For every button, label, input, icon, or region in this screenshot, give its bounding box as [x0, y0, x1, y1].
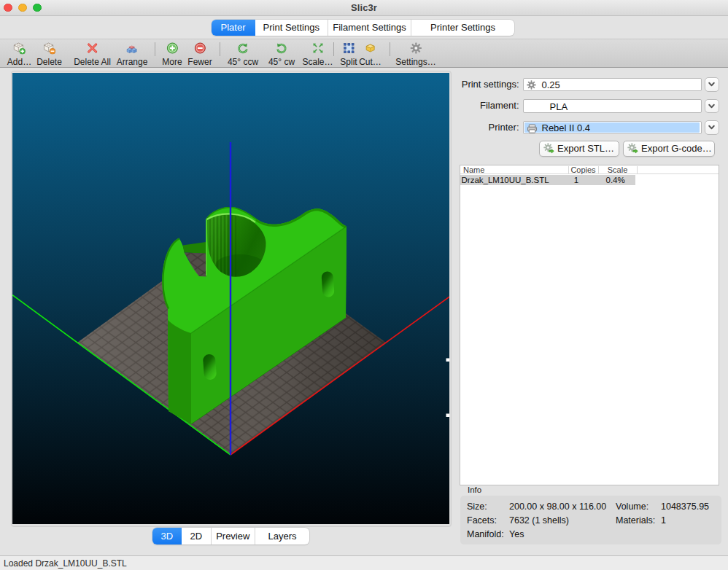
- print-settings-label: Print settings:: [432, 78, 519, 92]
- materials-label: Materials:: [616, 515, 655, 526]
- export-stl-label: Export STL…: [557, 143, 614, 154]
- settings-icon: [409, 42, 422, 55]
- view-tab-layers[interactable]: Layers: [255, 528, 309, 545]
- facets-label: Facets:: [467, 515, 497, 526]
- tab-printer-settings[interactable]: Printer Settings: [411, 20, 514, 36]
- view-tab-3d[interactable]: 3D: [152, 528, 182, 545]
- print-settings-dropdown-button[interactable]: [705, 77, 719, 92]
- object-row[interactable]: Drzak_LM10UU_B.STL 1 0.4%: [460, 175, 719, 186]
- cut-marker-top[interactable]: [446, 359, 450, 362]
- delete-all-icon: [85, 42, 98, 55]
- toolbar-separator: [333, 42, 334, 56]
- title-bar: Slic3r: [0, 0, 728, 16]
- view-mode-bar: 3D 2D Preview Layers: [152, 528, 310, 545]
- object-list[interactable]: Name Copies Scale Drzak_LM10UU_B.STL 1 0…: [460, 165, 719, 485]
- manifold-label: Manifold:: [467, 529, 504, 539]
- print-settings-combo[interactable]: 0.25: [523, 78, 702, 92]
- export-gcode-button[interactable]: Export G-code…: [623, 141, 715, 157]
- filament-combo[interactable]: PLA: [523, 99, 702, 113]
- print-settings-value: 0.25: [542, 79, 560, 90]
- mount-hole-left: [203, 354, 217, 380]
- toolbar-separator: [220, 42, 220, 56]
- rotate-ccw-button[interactable]: 45° ccw: [228, 42, 258, 66]
- toolbar: Add… Delete Delete All Arrange More Fewe…: [0, 39, 728, 68]
- gear-icon: [527, 80, 536, 90]
- column-divider[interactable]: [568, 166, 569, 173]
- arrange-icon: [125, 42, 139, 55]
- cut-marker-bottom[interactable]: [446, 414, 450, 418]
- printer-dropdown-button[interactable]: [705, 120, 719, 135]
- more-button[interactable]: More: [162, 42, 182, 66]
- tab-filament-settings[interactable]: Filament Settings: [328, 20, 411, 36]
- settings-button[interactable]: Settings…: [395, 42, 435, 66]
- tool-label: Settings…: [395, 58, 435, 66]
- chevron-down-icon: [708, 102, 716, 110]
- export-gear-icon: [627, 143, 638, 154]
- tool-label: Delete: [36, 58, 62, 66]
- column-header-name[interactable]: Name: [463, 166, 484, 174]
- rotate-cw-button[interactable]: 45° cw: [268, 42, 295, 66]
- export-gear-icon: [543, 143, 554, 154]
- toolbar-separator: [155, 42, 155, 56]
- filament-value: PLA: [550, 101, 568, 112]
- printer-icon: [527, 124, 538, 133]
- box-delete-icon: [43, 42, 56, 55]
- split-button[interactable]: Split: [340, 42, 357, 66]
- tool-label: Cut…: [359, 58, 382, 66]
- delete-button[interactable]: Delete: [36, 42, 62, 66]
- box-add-icon: [12, 42, 26, 55]
- printer-label: Printer:: [432, 121, 519, 135]
- tool-label: 45° cw: [268, 58, 295, 66]
- printer-value: Rebel II 0.4: [542, 122, 591, 133]
- column-header-scale[interactable]: Scale: [599, 166, 637, 174]
- arrange-button[interactable]: Arrange: [117, 42, 148, 66]
- tool-label: 45° ccw: [228, 58, 258, 66]
- size-value: 200.00 x 98.00 x 116.00: [509, 501, 606, 512]
- tool-label: Delete All: [74, 58, 111, 66]
- filament-label: Filament:: [432, 99, 519, 113]
- more-icon: [166, 42, 179, 55]
- object-list-header: Name Copies Scale: [460, 165, 719, 174]
- tool-label: More: [162, 58, 182, 66]
- tab-row: Plater Print Settings Filament Settings …: [0, 16, 728, 39]
- volume-label: Volume:: [616, 501, 648, 512]
- column-divider[interactable]: [637, 166, 638, 173]
- viewport-3d-canvas[interactable]: [12, 73, 449, 524]
- tool-label: Add…: [7, 58, 31, 66]
- tool-label: Arrange: [117, 58, 148, 66]
- view-tab-preview[interactable]: Preview: [212, 528, 256, 545]
- chevron-down-icon: [708, 80, 716, 88]
- manifold-value: Yes: [509, 529, 524, 539]
- fewer-button[interactable]: Fewer: [187, 42, 212, 66]
- info-box: Size: 200.00 x 98.00 x 116.00 Volume: 10…: [460, 496, 721, 544]
- tab-plater[interactable]: Plater: [212, 20, 255, 36]
- column-divider[interactable]: [598, 166, 599, 173]
- tool-label: Fewer: [187, 58, 212, 66]
- column-header-copies[interactable]: Copies: [568, 166, 598, 174]
- window-title: Slic3r: [0, 2, 728, 13]
- filament-dropdown-button[interactable]: [705, 99, 719, 114]
- scale-button[interactable]: Scale…: [302, 42, 333, 66]
- status-text: Loaded Drzak_LM10UU_B.STL: [4, 558, 127, 569]
- export-gcode-label: Export G-code…: [641, 143, 712, 154]
- printer-combo[interactable]: Rebel II 0.4: [523, 121, 702, 135]
- add-button[interactable]: Add…: [7, 42, 31, 66]
- view-tab-2d[interactable]: 2D: [182, 528, 212, 545]
- size-label: Size:: [467, 501, 487, 512]
- rotate-ccw-icon: [236, 42, 249, 55]
- tab-print-settings[interactable]: Print Settings: [255, 20, 329, 36]
- facets-value: 7632 (1 shells): [509, 515, 569, 526]
- mount-hole-right: [321, 271, 334, 297]
- tool-label: Split: [340, 58, 357, 66]
- materials-value: 1: [661, 515, 666, 526]
- chevron-down-icon: [708, 123, 716, 131]
- object-name-cell: Drzak_LM10UU_B.STL: [462, 176, 549, 184]
- cut-button[interactable]: Cut…: [359, 42, 382, 66]
- fewer-icon: [193, 42, 206, 55]
- info-box-title: Info: [468, 485, 481, 494]
- status-bar: Loaded Drzak_LM10UU_B.STL: [0, 555, 728, 570]
- delete-all-button[interactable]: Delete All: [74, 42, 111, 66]
- object-copies-cell: 1: [559, 176, 594, 184]
- volume-value: 1048375.95: [661, 501, 709, 512]
- export-stl-button[interactable]: Export STL…: [539, 141, 619, 157]
